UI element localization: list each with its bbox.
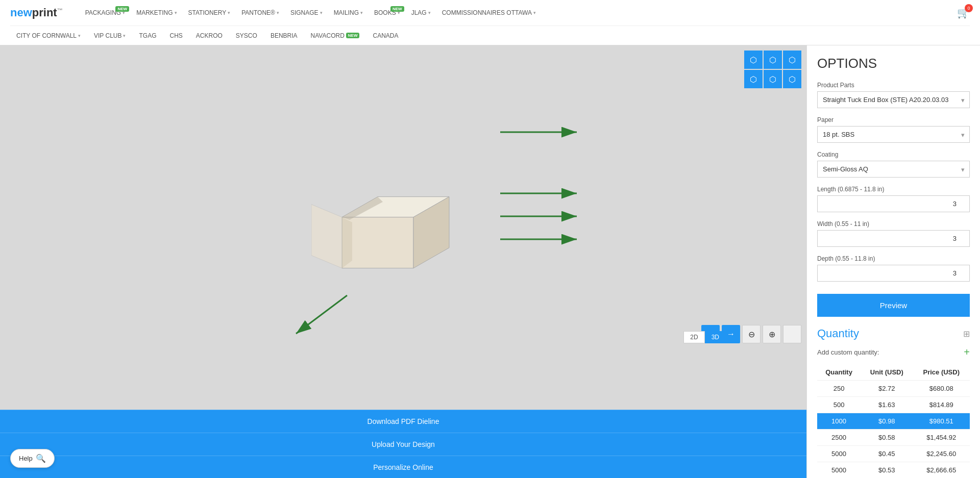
quantity-table-row[interactable]: 5000 $0.53 $2,666.65: [817, 462, 970, 479]
nav-cornwall-arrow: ▾: [78, 33, 81, 38]
help-button[interactable]: Help 🔍: [10, 449, 55, 468]
length-input[interactable]: [817, 195, 970, 212]
quantity-table-row[interactable]: 2500 $0.58 $1,454.92: [817, 430, 970, 446]
qty-cell-unit: $0.58: [861, 430, 913, 446]
quantity-table-row[interactable]: 250 $2.72 $680.08: [817, 381, 970, 397]
nav-canada[interactable]: CANADA: [366, 30, 404, 42]
cube-view-4[interactable]: ⬡: [744, 70, 763, 88]
qty-cell-qty: 250: [817, 381, 861, 397]
qty-cell-unit: $1.63: [861, 397, 913, 413]
nav-marketing-arrow: ▾: [175, 10, 177, 15]
cube-view-1[interactable]: ⬡: [744, 51, 763, 69]
qty-cell-price: $2,666.65: [913, 462, 970, 479]
qty-cell-qty: 1000: [817, 413, 861, 430]
unit-col-header: Unit (USD): [861, 364, 913, 381]
cart-button[interactable]: 🛒 0: [957, 7, 970, 19]
nav-navacord[interactable]: NAVACORD NEW: [305, 30, 366, 42]
zoom-in-button[interactable]: ⊕: [763, 325, 781, 343]
price-col-header: Price (USD): [913, 364, 970, 381]
viewer-action-buttons: Download PDF Dieline Upload Your Design …: [0, 410, 806, 478]
viewer-canvas: ⬡ ⬡ ⬡ ⬡ ⬡ ⬡: [0, 45, 806, 410]
qty-cell-qty: 5000: [817, 462, 861, 479]
quantity-table-row[interactable]: 5000 $0.45 $2,245.60: [817, 446, 970, 462]
paper-label: Paper: [817, 116, 970, 123]
coating-wrapper: Semi-Gloss AQ: [817, 161, 970, 178]
cube-view-6[interactable]: ⬡: [783, 70, 801, 88]
nav-cornwall[interactable]: CITY OF CORNWALL ▾: [10, 30, 87, 42]
logo[interactable]: newprint™: [10, 6, 63, 19]
paper-select[interactable]: 18 pt. SBS: [817, 126, 970, 143]
depth-input[interactable]: [817, 265, 970, 282]
svg-marker-4: [342, 217, 352, 268]
nav-stationery[interactable]: STATIONERY ▾: [183, 6, 236, 19]
navbar-top: newprint™ PACKAGING NEW ▾ MARKETING ▾ ST…: [10, 0, 970, 26]
nav-vipclub[interactable]: VIP CLUB ▾: [88, 30, 132, 42]
nav-mailing[interactable]: MAILING ▾: [329, 6, 368, 19]
nav-ackroo[interactable]: ACKROO: [190, 30, 229, 42]
main-container: ⬡ ⬡ ⬡ ⬡ ⬡ ⬡: [0, 45, 980, 478]
qty-cell-price: $680.08: [913, 381, 970, 397]
add-custom-quantity: Add custom quantity: +: [817, 346, 970, 358]
quantity-section-title: Quantity ⊞: [817, 327, 970, 340]
navbar-bottom: CITY OF CORNWALL ▾ VIP CLUB ▾ TGAG CHS A…: [10, 26, 970, 45]
add-custom-plus-button[interactable]: +: [964, 346, 970, 358]
nav-jlag[interactable]: JLAG ▾: [406, 6, 436, 19]
qty-cell-price: $1,454.92: [913, 430, 970, 446]
nav-signage[interactable]: SIGNAGE ▾: [285, 6, 328, 19]
personalize-online-button[interactable]: Personalize Online: [0, 456, 806, 478]
coating-select[interactable]: Semi-Gloss AQ: [817, 161, 970, 178]
upload-design-button[interactable]: Upload Your Design: [0, 433, 806, 456]
qty-cell-unit: $2.72: [861, 381, 913, 397]
quantity-table-header: Quantity Unit (USD) Price (USD): [817, 364, 970, 381]
zoom-out-button[interactable]: ⊖: [742, 325, 761, 343]
logo-new: new: [10, 6, 32, 19]
preview-button[interactable]: Preview: [817, 294, 970, 317]
coating-label: Coating: [817, 151, 970, 158]
nav-vipclub-arrow: ▾: [123, 33, 126, 38]
quantity-table-row[interactable]: 500 $1.63 $814.89: [817, 397, 970, 413]
qty-col-header: Quantity: [817, 364, 861, 381]
product-parts-group: Product Parts Straight Tuck End Box (STE…: [817, 82, 970, 108]
top-nav-items: PACKAGING NEW ▾ MARKETING ▾ STATIONERY ▾…: [80, 6, 541, 19]
qty-cell-unit: $0.53: [861, 462, 913, 479]
paper-group: Paper 18 pt. SBS: [817, 116, 970, 143]
nav-jlag-arrow: ▾: [428, 10, 431, 15]
cube-icons: ⬡ ⬡ ⬡ ⬡ ⬡ ⬡: [744, 51, 801, 88]
cube-view-3[interactable]: ⬡: [783, 51, 801, 69]
cube-view-5[interactable]: ⬡: [764, 70, 782, 88]
width-input[interactable]: [817, 230, 970, 247]
cube-view-2[interactable]: ⬡: [764, 51, 782, 69]
color-picker-button[interactable]: [783, 325, 801, 343]
download-pdf-button[interactable]: Download PDF Dieline: [0, 410, 806, 433]
nav-tgag[interactable]: TGAG: [133, 30, 162, 42]
toggle-2d-button[interactable]: 2D: [683, 331, 704, 343]
nav-chs[interactable]: CHS: [164, 30, 189, 42]
depth-label: Depth (0.55 - 11.8 in): [817, 255, 970, 262]
length-label: Length (0.6875 - 11.8 in): [817, 186, 970, 193]
nav-pantone[interactable]: PANTONE® ▾: [236, 6, 284, 19]
nav-packaging[interactable]: PACKAGING NEW ▾: [80, 6, 130, 19]
nav-benbria[interactable]: BENBRIA: [264, 30, 304, 42]
qty-cell-unit: $0.98: [861, 413, 913, 430]
nav-commissionnaires[interactable]: COMMISSIONNAIRES OTTAWA ▾: [437, 6, 541, 19]
options-title: OPTIONS: [817, 56, 970, 71]
viewer-panel: ⬡ ⬡ ⬡ ⬡ ⬡ ⬡: [0, 45, 806, 478]
cart-badge: 0: [965, 4, 973, 12]
grid-icon: ⊞: [963, 329, 970, 339]
quantity-table: Quantity Unit (USD) Price (USD) 250 $2.7…: [817, 364, 970, 478]
qty-cell-price: $814.89: [913, 397, 970, 413]
product-parts-select[interactable]: Straight Tuck End Box (STE) A20.20.03.03: [817, 91, 970, 108]
nav-sysco[interactable]: SYSCO: [230, 30, 263, 42]
box-3d-model: [311, 177, 464, 290]
qty-cell-price: $980.51: [913, 413, 970, 430]
qty-cell-qty: 5000: [817, 446, 861, 462]
logo-print: print: [32, 6, 57, 19]
quantity-table-row[interactable]: 1000 $0.98 $980.51: [817, 413, 970, 430]
qty-cell-price: $2,245.60: [913, 446, 970, 462]
nav-mailing-arrow: ▾: [360, 10, 363, 15]
nav-books[interactable]: BOOKS NEW ▾: [369, 6, 405, 19]
nav-marketing[interactable]: MARKETING ▾: [131, 6, 182, 19]
nav-pantone-arrow: ▾: [277, 10, 279, 15]
toggle-3d-button[interactable]: 3D: [705, 331, 726, 343]
length-group: Length (0.6875 - 11.8 in): [817, 186, 970, 212]
